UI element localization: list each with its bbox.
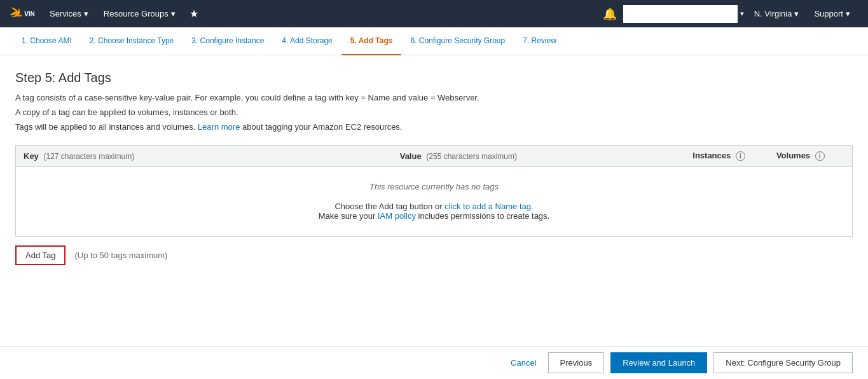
step-choose-instance-type[interactable]: 2. Choose Instance Type	[81, 27, 183, 55]
iam-policy-link[interactable]: IAM policy	[378, 211, 416, 221]
col-instances-header: Instances i	[685, 146, 769, 167]
iam-prefix: Make sure your	[319, 211, 378, 221]
search-input[interactable]	[623, 5, 738, 23]
iam-suffix: includes permissions to create tags.	[416, 211, 549, 221]
desc-line-2: A copy of a tag can be applied to volume…	[15, 106, 853, 120]
empty-tags-row: This resource currently has no tags	[16, 167, 853, 197]
col-key-header: Key (127 characters maximum)	[16, 146, 392, 167]
step-configure-instance[interactable]: 3. Configure Instance	[183, 27, 273, 55]
instances-info-icon[interactable]: i	[736, 151, 745, 161]
page-title: Step 5: Add Tags	[15, 71, 853, 85]
services-chevron-icon: ▾	[84, 9, 88, 18]
services-menu[interactable]: Services ▾	[42, 0, 96, 27]
support-menu[interactable]: Support ▾	[806, 0, 858, 27]
col-instances-label: Instances	[692, 151, 731, 160]
add-tag-prompt-row: Choose the Add tag button or click to ad…	[16, 196, 853, 237]
search-chevron-icon[interactable]: ▾	[738, 10, 747, 18]
support-chevron-icon: ▾	[846, 9, 850, 18]
resource-groups-menu[interactable]: Resource Groups ▾	[96, 0, 183, 27]
add-tag-prefix: Choose the Add tag button or	[334, 202, 444, 211]
desc-line-3: Tags will be applied to all instances an…	[15, 121, 853, 134]
col-volumes-label: Volumes	[776, 151, 810, 160]
region-label: N. Virginia	[754, 9, 792, 18]
learn-more-link[interactable]: Learn more	[198, 122, 240, 132]
services-label: Services	[50, 9, 81, 18]
region-menu[interactable]: N. Virginia ▾	[747, 0, 807, 27]
step-add-tags[interactable]: 5. Add Tags	[341, 27, 402, 55]
col-value-label: Value	[400, 151, 422, 161]
resource-groups-chevron-icon: ▾	[171, 9, 176, 18]
add-tag-section: Add Tag (Up to 50 tags maximum)	[15, 245, 853, 265]
add-tag-prompt: Choose the Add tag button or click to ad…	[16, 196, 853, 237]
wizard-steps: 1. Choose AMI 2. Choose Instance Type 3.…	[0, 27, 868, 55]
pin-icon[interactable]: ★	[183, 8, 205, 20]
step-review[interactable]: 7. Review	[514, 27, 565, 55]
desc3-prefix: Tags will be applied to all instances an…	[15, 122, 198, 132]
add-tag-mid: .	[531, 202, 534, 211]
col-value-header: Value (255 characters maximum)	[392, 146, 685, 167]
top-navigation: Services ▾ Resource Groups ▾ ★ 🔔 ▾ N. Vi…	[0, 0, 868, 27]
region-chevron-icon: ▾	[794, 9, 799, 18]
step-add-storage[interactable]: 4. Add Storage	[273, 27, 341, 55]
support-label: Support	[814, 9, 843, 18]
volumes-info-icon[interactable]: i	[815, 151, 825, 161]
aws-logo[interactable]	[10, 5, 34, 23]
review-and-launch-button[interactable]: Review and Launch	[610, 352, 707, 373]
next-configure-security-group-button[interactable]: Next: Configure Security Group	[713, 352, 853, 373]
col-volumes-header: Volumes i	[769, 146, 853, 167]
previous-button[interactable]: Previous	[548, 352, 605, 373]
tag-limit-text: (Up to 50 tags maximum)	[74, 251, 167, 260]
empty-tags-message: This resource currently has no tags	[16, 167, 853, 197]
notifications-bell-icon[interactable]: 🔔	[596, 7, 623, 21]
col-key-label: Key	[24, 151, 39, 161]
add-name-tag-link[interactable]: click to add a Name tag	[444, 202, 531, 211]
footer-bar: Cancel Previous Review and Launch Next: …	[0, 346, 868, 379]
cancel-button[interactable]: Cancel	[506, 358, 541, 368]
add-tag-button[interactable]: Add Tag	[15, 245, 65, 265]
main-content: Step 5: Add Tags A tag consists of a cas…	[0, 55, 868, 379]
search-wrap: ▾	[623, 5, 747, 23]
col-value-hint: (255 characters maximum)	[426, 152, 517, 161]
resource-groups-label: Resource Groups	[104, 9, 169, 18]
col-key-hint: (127 characters maximum)	[43, 152, 134, 161]
step-configure-security-group[interactable]: 6. Configure Security Group	[401, 27, 514, 55]
tags-table: Key (127 characters maximum) Value (255 …	[15, 145, 853, 237]
desc-line-1: A tag consists of a case-sensitive key-v…	[15, 92, 853, 105]
step-choose-ami[interactable]: 1. Choose AMI	[13, 27, 81, 55]
desc3-suffix: about tagging your Amazon EC2 resources.	[240, 122, 402, 132]
